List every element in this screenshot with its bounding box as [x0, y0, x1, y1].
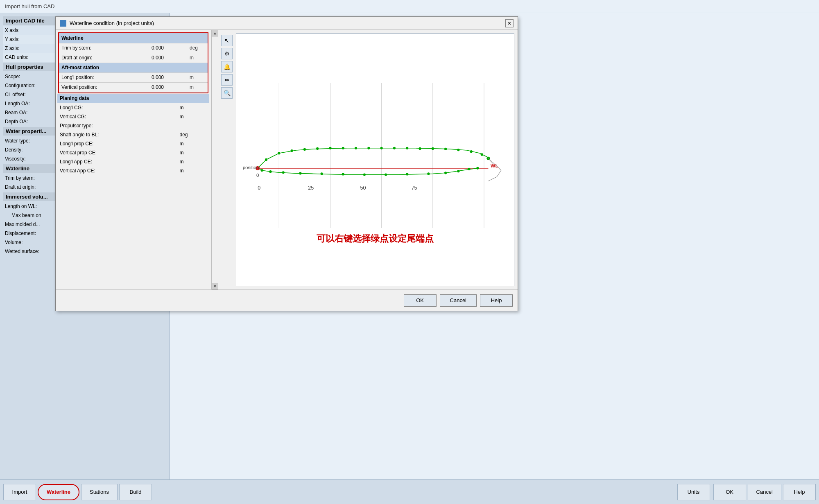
dialog-form-inner: Waterline Trim by stern: 0.000 deg Draft…: [56, 30, 211, 177]
arrows-tool-button[interactable]: ⇔: [221, 74, 233, 86]
longappce-label: Long'l App CE:: [57, 157, 165, 166]
longpropce-unit: m: [177, 139, 209, 148]
stations-button[interactable]: Stations: [81, 484, 118, 500]
shaftangle-value: [165, 130, 177, 139]
title-bar: Import hull from CAD: [0, 0, 819, 13]
svg-point-15: [355, 147, 357, 149]
longcg-label: Long'l CG:: [57, 103, 165, 112]
dialog-close-button[interactable]: ✕: [505, 19, 514, 27]
trimby-row: Trim by stern: 0.000 deg: [59, 43, 208, 53]
vertpropce-row: Vertical prop CE: m: [57, 148, 209, 157]
vertappce-unit: m: [177, 166, 209, 175]
select-tool-button[interactable]: ↖: [221, 35, 233, 46]
dialog-footer: OK Cancel Help: [56, 289, 518, 311]
svg-point-37: [444, 172, 447, 174]
vertcg-value: [165, 112, 177, 121]
svg-point-14: [342, 147, 344, 149]
svg-point-25: [481, 153, 483, 156]
proptype-row: Propulsor type:: [57, 121, 209, 130]
svg-text:position: position: [243, 165, 259, 170]
dialog-title-bar: Waterline condition (in project units) ✕: [56, 17, 518, 30]
shaftangle-row: Shaft angle to BL: deg: [57, 130, 209, 139]
vertcg-row: Vertical CG: m: [57, 112, 209, 121]
depthoa-label: Depth OA:: [5, 119, 58, 124]
proptype-label: Propulsor type:: [57, 121, 165, 130]
longcg-value: [165, 103, 177, 112]
annotation-text: 可以右键选择绿点设定尾端点: [317, 233, 434, 245]
svg-point-10: [290, 149, 293, 152]
highlighted-section: Waterline Trim by stern: 0.000 deg Draft…: [58, 32, 208, 93]
waterline-header-row: Waterline: [59, 33, 208, 43]
longcg-row: Long'l CG: m: [57, 103, 209, 112]
vertappce-value: [165, 166, 177, 175]
dialog-ok-button[interactable]: OK: [404, 294, 437, 307]
trimby-label: Trim by stern:: [59, 43, 149, 53]
svg-text:75: 75: [412, 185, 417, 191]
cadunits-label: CAD units:: [5, 54, 58, 60]
viscosity-label: Viscosity:: [5, 156, 58, 162]
help-button[interactable]: Help: [783, 484, 816, 500]
dialog-help-button[interactable]: Help: [480, 294, 513, 307]
dialog-cancel-button[interactable]: Cancel: [440, 294, 477, 307]
draftat-label: Draft at origin:: [5, 184, 58, 190]
svg-point-12: [316, 147, 319, 150]
svg-point-21: [432, 147, 434, 150]
draftat-dialog-value: 0.000: [149, 53, 187, 63]
svg-point-34: [385, 173, 387, 176]
dialog-icon: [60, 20, 66, 27]
waterline-button[interactable]: Waterline: [38, 484, 79, 500]
svg-point-20: [419, 147, 421, 150]
vertpropce-value: [165, 148, 177, 157]
longpos-label: Long'l position:: [59, 72, 149, 82]
longpos-row: Long'l position: 0.000 m: [59, 72, 208, 82]
build-button[interactable]: Build: [119, 484, 152, 500]
units-button[interactable]: Units: [677, 484, 710, 500]
svg-point-31: [320, 172, 323, 175]
longpos-value: 0.000: [149, 72, 187, 82]
bell-tool-button[interactable]: 🔔: [221, 61, 233, 72]
scrollbar-down-button[interactable]: ▼: [212, 283, 218, 289]
svg-point-24: [470, 150, 473, 153]
vertappce-label: Vertical App CE:: [57, 166, 165, 175]
scrollbar-up-button[interactable]: ▲: [212, 30, 218, 36]
dialog-canvas-area: ↖ ⚙ 🔔 ⇔ 🔍: [218, 30, 518, 289]
yaxis-label: Y axis:: [5, 36, 58, 42]
longcg-unit: m: [177, 103, 209, 112]
canvas-with-tools: ↖ ⚙ 🔔 ⇔ 🔍: [221, 33, 514, 286]
svg-text:25: 25: [308, 185, 314, 191]
waterline-table: Waterline Trim by stern: 0.000 deg Draft…: [59, 33, 208, 93]
ok-button[interactable]: OK: [713, 484, 746, 500]
svg-text:WL: WL: [491, 163, 499, 169]
dialog-title: Waterline condition (in project units): [70, 20, 502, 26]
longpropce-value: [165, 139, 177, 148]
longpropce-label: Long'l prop CE:: [57, 139, 165, 148]
vertpropce-label: Vertical prop CE:: [57, 148, 165, 157]
cancel-button[interactable]: Cancel: [748, 484, 781, 500]
svg-point-17: [380, 147, 383, 149]
import-button[interactable]: Import: [3, 484, 36, 500]
vertpropce-unit: m: [177, 148, 209, 157]
dialog-form: Waterline Trim by stern: 0.000 deg Draft…: [56, 30, 211, 289]
svg-point-30: [299, 172, 301, 174]
dialog-scrollbar: ▲ ▼: [211, 30, 218, 289]
svg-point-22: [444, 148, 447, 150]
svg-point-39: [468, 168, 470, 170]
scrollbar-track[interactable]: [212, 36, 218, 283]
dialog-body: Waterline Trim by stern: 0.000 deg Draft…: [56, 30, 518, 289]
watertype-label: Water type:: [5, 138, 58, 144]
trimby-label: Trim by stern:: [5, 175, 58, 181]
svg-point-40: [476, 167, 479, 170]
gear-tool-button[interactable]: ⚙: [221, 48, 233, 59]
svg-point-19: [406, 147, 408, 149]
planing-header-row: Planing data: [57, 94, 209, 103]
draftat-unit: m: [187, 53, 208, 63]
longpropce-row: Long'l prop CE: m: [57, 139, 209, 148]
canvas-svg: 0 25 50 75 WL position 0: [236, 34, 514, 286]
longappce-row: Long'l App CE: m: [57, 157, 209, 166]
lengthwl-label: Length on WL:: [5, 203, 58, 209]
svg-point-28: [269, 170, 271, 173]
waterline-section-header: Waterline: [59, 33, 208, 43]
search-tool-button[interactable]: 🔍: [221, 87, 233, 99]
aft-section-header: Aft-most station: [59, 63, 208, 72]
xaxis-label: X axis:: [5, 27, 58, 33]
